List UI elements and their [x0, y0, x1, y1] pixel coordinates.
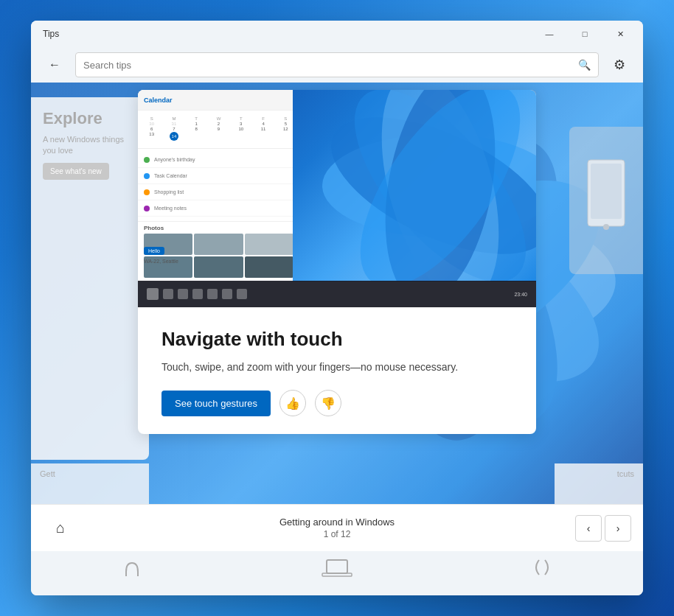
pagination-label: 1 of 12 [324, 529, 351, 539]
toolbar: ← 🔍 ⚙ [31, 47, 643, 83]
footer-navigation: ‹ › [575, 515, 631, 542]
hero-taskbar: 23:40 [138, 281, 536, 307]
taskbar-time: 23:40 [514, 292, 527, 297]
minimize-button[interactable]: — [532, 21, 566, 47]
thumbup-button[interactable]: 👍 [279, 390, 306, 416]
app-text: Anyone's birthday [154, 157, 293, 162]
app-text: Meeting notes [154, 206, 293, 211]
bottom-partial-cards: Gett tcuts [31, 463, 643, 504]
hero-image: 9:28 AM Calendar S M T W T [138, 90, 536, 307]
app-dot [144, 206, 150, 211]
search-icon: 🔍 [578, 59, 591, 71]
collection-label: Getting around in Windows [279, 517, 395, 528]
app-dot [144, 189, 150, 195]
right-device-card [569, 127, 643, 274]
svg-rect-13 [591, 164, 622, 219]
card-actions: See touch gestures 👍 👎 [161, 390, 513, 416]
bottom-left-text: Gett [40, 469, 55, 478]
search-bar: 🔍 [75, 52, 599, 77]
taskbar-start-icon [147, 288, 159, 300]
thumbdown-icon: 👎 [321, 396, 336, 410]
search-input[interactable] [83, 60, 572, 71]
svg-rect-23 [327, 560, 347, 573]
bottom-left-card: Gett [31, 463, 149, 504]
hero-app-row: Shopping list [138, 184, 299, 200]
taskbar-icon [237, 289, 247, 299]
app-dot [144, 157, 150, 163]
hero-apps-header: Calendar [138, 90, 299, 111]
gesture-icon-1 [119, 557, 145, 578]
content-area: Explore A new Windows things you love Se… [31, 83, 643, 504]
home-button[interactable]: ⌂ [43, 511, 78, 546]
bottom-icons-row [31, 551, 643, 595]
maximize-button[interactable]: □ [568, 21, 602, 47]
app-text: Shopping list [154, 189, 293, 195]
taskbar-icon [163, 289, 173, 299]
hero-app-row: Anyone's birthday [138, 152, 299, 168]
taskbar-icon [178, 289, 188, 299]
thumbup-icon: 👍 [285, 396, 300, 410]
main-tip-card: 9:28 AM Calendar S M T W T [138, 90, 536, 434]
settings-button[interactable]: ⚙ [608, 53, 631, 77]
card-description: Touch, swipe, and zoom with your fingers… [161, 360, 513, 375]
svg-point-14 [603, 224, 609, 230]
bracket-icon [529, 557, 555, 578]
taskbar-icon [222, 289, 232, 299]
footer: ⌂ Getting around in Windows 1 of 12 ‹ › [31, 504, 643, 551]
bottom-icon-3 [529, 557, 555, 578]
close-button[interactable]: ✕ [603, 21, 637, 47]
bottom-icon-2 [321, 557, 353, 578]
bottom-right-card: tcuts [555, 463, 643, 504]
hero-app-row: Meeting notes [138, 200, 299, 217]
back-button[interactable]: ← [43, 53, 66, 77]
explore-title: Explore [43, 109, 137, 128]
next-button[interactable]: › [605, 515, 631, 542]
title-bar: Tips — □ ✕ [31, 21, 643, 47]
card-content: Navigate with touch Touch, swipe, and zo… [138, 307, 536, 434]
see-whats-new-button[interactable]: See what's new [43, 163, 109, 180]
prev-button[interactable]: ‹ [575, 515, 602, 542]
app-window: Tips — □ ✕ ← 🔍 ⚙ [31, 21, 643, 595]
taskbar-icon [207, 289, 218, 299]
card-title: Navigate with touch [161, 328, 513, 351]
svg-rect-24 [322, 573, 352, 576]
footer-center: Getting around in Windows 1 of 12 [279, 517, 395, 539]
hero-app-row: Task Calendar [138, 168, 299, 184]
hero-bloom-svg [293, 90, 536, 281]
app-dot [144, 173, 150, 179]
left-explore-card: Explore A new Windows things you love Se… [31, 97, 149, 460]
hero-apps-panel: Calendar S M T W T F S 30 31 [138, 90, 300, 281]
cta-button[interactable]: See touch gestures [161, 391, 271, 416]
app-text: Task Calendar [154, 173, 293, 178]
bottom-right-text: tcuts [617, 469, 634, 478]
explore-text: A new Windows things you love [43, 134, 137, 157]
thumbdown-button[interactable]: 👎 [315, 390, 341, 416]
laptop-icon [321, 557, 353, 578]
home-icon: ⌂ [56, 519, 65, 536]
hero-bloom-area [293, 90, 536, 281]
device-image [580, 156, 632, 245]
window-title: Tips [43, 29, 59, 39]
taskbar-icon [192, 289, 203, 299]
bottom-icon-1 [119, 557, 145, 578]
window-controls: — □ ✕ [532, 21, 637, 47]
